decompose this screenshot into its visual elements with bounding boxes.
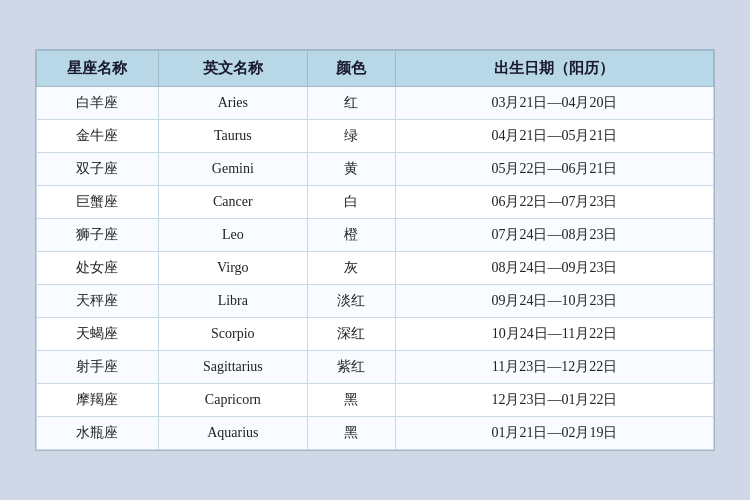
table-header-row: 星座名称 英文名称 颜色 出生日期（阳历） [37, 51, 714, 87]
cell-color: 白 [307, 186, 395, 219]
table-row: 水瓶座Aquarius黑01月21日—02月19日 [37, 417, 714, 450]
cell-en: Taurus [158, 120, 307, 153]
cell-color: 深红 [307, 318, 395, 351]
cell-cn: 水瓶座 [37, 417, 159, 450]
cell-color: 红 [307, 87, 395, 120]
table-body: 白羊座Aries红03月21日—04月20日金牛座Taurus绿04月21日—0… [37, 87, 714, 450]
table-row: 处女座Virgo灰08月24日—09月23日 [37, 252, 714, 285]
cell-date: 11月23日—12月22日 [395, 351, 713, 384]
cell-date: 12月23日—01月22日 [395, 384, 713, 417]
cell-date: 10月24日—11月22日 [395, 318, 713, 351]
header-cn: 星座名称 [37, 51, 159, 87]
cell-en: Sagittarius [158, 351, 307, 384]
table-row: 天秤座Libra淡红09月24日—10月23日 [37, 285, 714, 318]
cell-date: 07月24日—08月23日 [395, 219, 713, 252]
cell-cn: 射手座 [37, 351, 159, 384]
cell-date: 03月21日—04月20日 [395, 87, 713, 120]
cell-date: 09月24日—10月23日 [395, 285, 713, 318]
cell-date: 04月21日—05月21日 [395, 120, 713, 153]
table-row: 金牛座Taurus绿04月21日—05月21日 [37, 120, 714, 153]
zodiac-table: 星座名称 英文名称 颜色 出生日期（阳历） 白羊座Aries红03月21日—04… [36, 50, 714, 450]
cell-en: Aries [158, 87, 307, 120]
cell-en: Libra [158, 285, 307, 318]
table-row: 双子座Gemini黄05月22日—06月21日 [37, 153, 714, 186]
cell-cn: 天蝎座 [37, 318, 159, 351]
cell-color: 黄 [307, 153, 395, 186]
cell-date: 06月22日—07月23日 [395, 186, 713, 219]
cell-color: 绿 [307, 120, 395, 153]
cell-cn: 白羊座 [37, 87, 159, 120]
table-row: 狮子座Leo橙07月24日—08月23日 [37, 219, 714, 252]
cell-en: Virgo [158, 252, 307, 285]
cell-en: Scorpio [158, 318, 307, 351]
cell-color: 灰 [307, 252, 395, 285]
table-row: 白羊座Aries红03月21日—04月20日 [37, 87, 714, 120]
table-row: 巨蟹座Cancer白06月22日—07月23日 [37, 186, 714, 219]
cell-cn: 处女座 [37, 252, 159, 285]
cell-en: Leo [158, 219, 307, 252]
cell-color: 橙 [307, 219, 395, 252]
cell-en: Aquarius [158, 417, 307, 450]
cell-en: Gemini [158, 153, 307, 186]
cell-date: 01月21日—02月19日 [395, 417, 713, 450]
cell-date: 08月24日—09月23日 [395, 252, 713, 285]
cell-date: 05月22日—06月21日 [395, 153, 713, 186]
header-date: 出生日期（阳历） [395, 51, 713, 87]
cell-cn: 摩羯座 [37, 384, 159, 417]
cell-color: 黑 [307, 384, 395, 417]
cell-en: Capricorn [158, 384, 307, 417]
cell-cn: 狮子座 [37, 219, 159, 252]
cell-color: 黑 [307, 417, 395, 450]
header-en: 英文名称 [158, 51, 307, 87]
cell-cn: 巨蟹座 [37, 186, 159, 219]
cell-cn: 双子座 [37, 153, 159, 186]
cell-cn: 天秤座 [37, 285, 159, 318]
cell-color: 淡红 [307, 285, 395, 318]
table-row: 摩羯座Capricorn黑12月23日—01月22日 [37, 384, 714, 417]
cell-cn: 金牛座 [37, 120, 159, 153]
cell-en: Cancer [158, 186, 307, 219]
cell-color: 紫红 [307, 351, 395, 384]
table-row: 天蝎座Scorpio深红10月24日—11月22日 [37, 318, 714, 351]
header-color: 颜色 [307, 51, 395, 87]
zodiac-table-wrapper: 星座名称 英文名称 颜色 出生日期（阳历） 白羊座Aries红03月21日—04… [35, 49, 715, 451]
table-row: 射手座Sagittarius紫红11月23日—12月22日 [37, 351, 714, 384]
